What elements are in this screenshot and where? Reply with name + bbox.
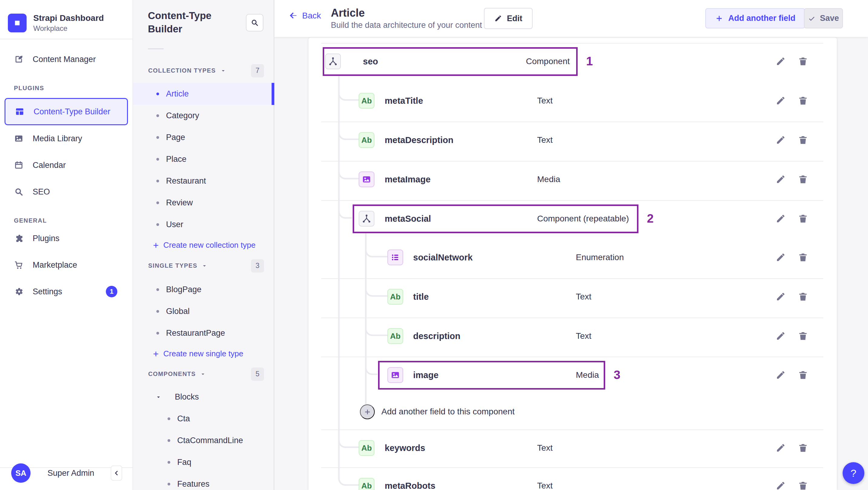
field-type: Text (576, 331, 591, 341)
edit-field-button[interactable] (775, 174, 786, 185)
create-create-new-collection-type-link[interactable]: +Create new collection type (133, 234, 274, 256)
search-button[interactable] (246, 14, 264, 31)
delete-field-button[interactable] (797, 174, 809, 185)
enumeration-icon (388, 249, 403, 265)
add-field-to-component-button[interactable] (360, 404, 375, 419)
edit-field-button[interactable] (775, 480, 786, 490)
bullet-icon (156, 288, 159, 291)
edit-field-button[interactable] (775, 56, 786, 67)
edit-field-button[interactable] (775, 134, 786, 146)
edit-field-button[interactable] (775, 291, 786, 303)
sidebar-item-place[interactable]: Place (133, 148, 274, 170)
delete-field-button[interactable] (797, 330, 809, 342)
sidebar-item-restaurantpage[interactable]: RestaurantPage (133, 322, 274, 344)
group-label: Blocks (175, 392, 199, 402)
collection-types-heading[interactable]: COLLECTION TYPES7 (133, 60, 274, 82)
sidebar-item-calendar[interactable]: Calendar (0, 152, 132, 179)
sidebar-item-restaurant[interactable]: Restaurant (133, 170, 274, 192)
item-label: Global (166, 307, 190, 316)
settings-icon (14, 287, 24, 297)
edit-field-button[interactable] (775, 213, 786, 224)
add-another-field-button[interactable]: Add another field (705, 8, 805, 28)
marketplace-icon (14, 260, 24, 270)
delete-field-button[interactable] (797, 442, 809, 454)
item-label: Faq (177, 458, 191, 467)
bullet-icon (156, 93, 159, 95)
save-button[interactable]: Save (804, 8, 843, 28)
components-heading-label: COMPONENTS (148, 370, 196, 377)
notification-badge: 1 (106, 286, 117, 297)
edit-field-button[interactable] (775, 95, 786, 106)
row-separator (321, 317, 823, 318)
user-name: Super Admin (48, 463, 94, 483)
item-label: Category (166, 111, 199, 120)
sidebar-item-cta[interactable]: Cta (133, 408, 274, 430)
sidebar-item-global[interactable]: Global (133, 300, 274, 323)
component-group-blocks[interactable]: Blocks (133, 386, 274, 408)
create-create-new-single-type-link[interactable]: +Create new single type (133, 343, 274, 365)
sidebar-item-content-manager[interactable]: Content Manager (0, 46, 132, 72)
item-label: Review (166, 198, 193, 208)
bullet-icon (167, 461, 170, 464)
sidebar-item-media-library[interactable]: Media Library (0, 125, 132, 152)
delete-field-button[interactable] (797, 252, 809, 263)
item-label: Place (166, 155, 187, 164)
delete-field-button[interactable] (797, 291, 809, 303)
annotation-box-1 (323, 47, 578, 76)
sidebar-item-faq[interactable]: Faq (133, 451, 274, 473)
delete-field-button[interactable] (797, 369, 809, 381)
avatar[interactable]: SA (11, 463, 31, 483)
back-link[interactable]: Back (288, 11, 321, 21)
field-name: keywords (385, 443, 425, 453)
edit-field-button[interactable] (775, 442, 786, 454)
delete-field-button[interactable] (797, 95, 809, 106)
plus-icon (715, 14, 723, 23)
help-button[interactable]: ? (843, 462, 864, 484)
single-types-heading-count-badge: 3 (251, 259, 264, 273)
sidebar-item-settings[interactable]: Settings1 (0, 278, 132, 305)
page-header: Back Article Build the data architecture… (274, 0, 868, 37)
action-label: Create new single type (163, 349, 243, 359)
sidebar-item-seo[interactable]: SEO (0, 179, 132, 205)
sidebar-item-plugins[interactable]: Plugins (0, 225, 132, 252)
row-separator (321, 200, 823, 201)
sidebar-item-marketplace[interactable]: Marketplace (0, 252, 132, 278)
field-type: Text (537, 481, 553, 490)
field-type: Text (576, 292, 591, 302)
delete-field-button[interactable] (797, 213, 809, 224)
sidebar-item-features[interactable]: Features (133, 473, 274, 490)
delete-field-button[interactable] (797, 134, 809, 146)
collapse-sidebar-button[interactable] (111, 465, 122, 481)
edit-field-button[interactable] (775, 252, 786, 263)
sidebar-item-label: Settings (33, 287, 62, 297)
seo-icon (14, 187, 24, 196)
pencil-icon (494, 14, 502, 22)
edit-button[interactable]: Edit (484, 8, 533, 29)
field-type: Text (537, 443, 553, 453)
sidebar-item-label: SEO (33, 187, 50, 196)
sidebar-item-user[interactable]: User (133, 214, 274, 236)
single-types-heading[interactable]: SINGLE TYPES3 (133, 255, 274, 277)
field-name: title (413, 292, 429, 302)
back-label: Back (302, 11, 321, 21)
sidebar-item-label: Content-Type Builder (34, 107, 111, 117)
text-icon: Ab (388, 328, 403, 344)
components-heading[interactable]: COMPONENTS5 (133, 363, 274, 385)
sidebar-item-page[interactable]: Page (133, 126, 274, 149)
sidebar-item-category[interactable]: Category (133, 105, 274, 127)
delete-field-button[interactable] (797, 480, 809, 490)
search-icon (250, 19, 259, 27)
edit-field-button[interactable] (775, 330, 786, 342)
add-field-label: Add another field (728, 13, 796, 23)
content-manager-icon (14, 55, 24, 64)
sidebar-item-content-type-builder[interactable]: Content-Type Builder (4, 98, 128, 125)
sidebar-item-review[interactable]: Review (133, 192, 274, 214)
sidebar-item-blogpage[interactable]: BlogPage (133, 279, 274, 301)
add-field-to-component-label[interactable]: Add another field to this component (381, 407, 515, 417)
save-label: Save (820, 13, 839, 23)
sidebar-item-ctacommandline[interactable]: CtaCommandLine (133, 429, 274, 452)
sidebar-item-article[interactable]: Article (133, 83, 274, 105)
edit-field-button[interactable] (775, 369, 786, 381)
text-icon: Ab (359, 440, 374, 456)
delete-field-button[interactable] (797, 56, 809, 67)
